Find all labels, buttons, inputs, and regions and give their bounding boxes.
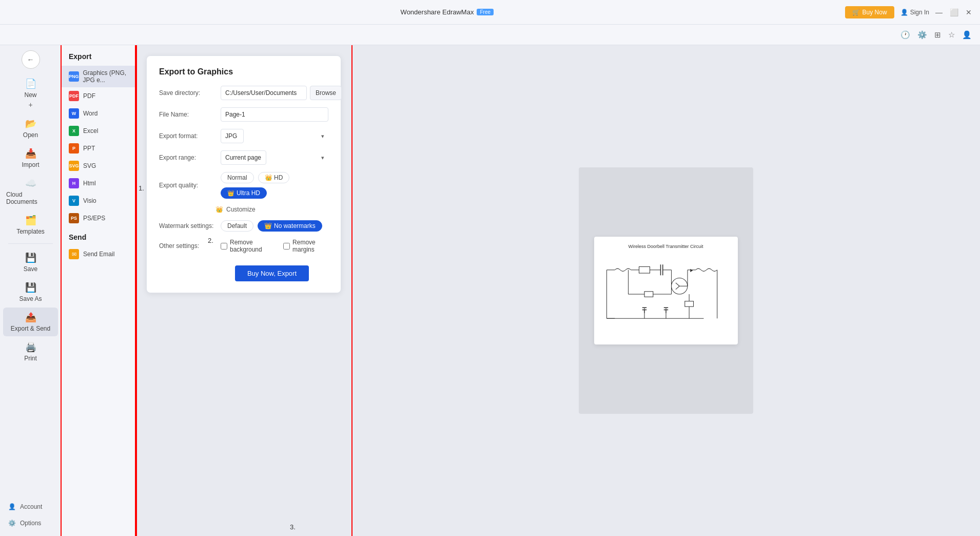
person-icon[interactable]: 👤 bbox=[962, 30, 972, 40]
export-item-visio-label: Visio bbox=[83, 197, 96, 204]
ppt-icon: P bbox=[69, 143, 79, 154]
export-quality-label: Export quality: bbox=[159, 182, 215, 189]
export-format-select-wrapper: JPG PNG BMP bbox=[221, 129, 328, 143]
buy-now-button[interactable]: 🛒 Buy Now bbox=[845, 6, 894, 18]
watermark-none-button[interactable]: 👑 No watermarks bbox=[258, 220, 322, 232]
quality-normal-button[interactable]: Normal bbox=[221, 172, 254, 183]
sidebar-item-templates-label: Templates bbox=[16, 228, 45, 235]
new-icon: 📄 bbox=[25, 78, 36, 89]
remove-margins-checkbox[interactable] bbox=[283, 243, 290, 250]
quality-ultrahd-button[interactable]: 👑 Ultra HD bbox=[221, 187, 267, 199]
sidebar-item-cloud[interactable]: ☁️ Cloud Documents bbox=[3, 174, 58, 209]
customize-row[interactable]: 👑 Customize bbox=[215, 206, 328, 213]
export-format-label: Export format: bbox=[159, 132, 215, 140]
diagram-title: Wireless Doorbell Transmitter Circuit bbox=[601, 244, 731, 249]
diagram-card: Wireless Doorbell Transmitter Circuit bbox=[594, 237, 738, 344]
svg-rect-30 bbox=[684, 301, 693, 307]
sign-in-button[interactable]: 👤 Sign In bbox=[900, 9, 929, 16]
sidebar-item-save[interactable]: 💾 Save bbox=[3, 248, 58, 277]
export-range-select[interactable]: Current page All pages bbox=[221, 150, 266, 165]
sidebar-item-export[interactable]: 📤 Export & Send bbox=[3, 308, 58, 336]
remove-margins-label[interactable]: Remove margins bbox=[283, 239, 328, 253]
step-2-indicator: 2. bbox=[208, 237, 213, 244]
export-item-graphics[interactable]: PNG Graphics (PNG, JPG e... bbox=[62, 66, 135, 87]
export-panel-title: Export bbox=[62, 52, 135, 66]
sidebar-item-print[interactable]: 🖨️ Print bbox=[3, 337, 58, 366]
export-item-html[interactable]: H Html bbox=[62, 175, 135, 192]
export-item-pdf[interactable]: PDF PDF bbox=[62, 87, 135, 105]
close-button[interactable]: ✕ bbox=[966, 8, 972, 16]
customize-label: Customize bbox=[226, 206, 256, 213]
export-item-pseps[interactable]: PS PS/EPS bbox=[62, 209, 135, 227]
sidebar-item-account[interactable]: 👤 Account bbox=[3, 499, 58, 514]
sidebar-item-options[interactable]: ⚙️ Options bbox=[3, 515, 58, 531]
settings-icon[interactable]: ⚙️ bbox=[917, 30, 927, 40]
pdf-icon: PDF bbox=[69, 91, 79, 101]
save-directory-input[interactable] bbox=[221, 86, 307, 100]
save-as-icon: 💾 bbox=[25, 282, 36, 293]
preview-area: Wireless Doorbell Transmitter Circuit bbox=[351, 45, 980, 536]
export-item-ppt[interactable]: P PPT bbox=[62, 140, 135, 157]
grid-icon[interactable]: ⊞ bbox=[934, 30, 941, 40]
file-name-input[interactable] bbox=[221, 107, 328, 122]
export-range-select-wrapper: Current page All pages bbox=[221, 150, 328, 165]
step-3-indicator: 3. bbox=[290, 523, 296, 531]
titlebar-right: 🛒 Buy Now 👤 Sign In — ⬜ ✕ bbox=[845, 6, 972, 18]
sidebar-items: 📄 New + 📂 Open 📥 Import ☁️ Cloud Documen… bbox=[0, 74, 61, 366]
minimize-button[interactable]: — bbox=[935, 8, 943, 16]
quality-group: Normal 👑 HD 👑 Ultra HD bbox=[221, 172, 328, 199]
maximize-button[interactable]: ⬜ bbox=[950, 8, 958, 16]
sidebar-item-open[interactable]: 📂 Open bbox=[3, 114, 58, 143]
dialog-title: Export to Graphics bbox=[159, 67, 328, 76]
save-directory-label: Save directory: bbox=[159, 89, 215, 97]
export-icon: 📤 bbox=[25, 312, 36, 323]
account-label: Account bbox=[20, 503, 42, 510]
export-item-svg-label: SVG bbox=[83, 162, 96, 169]
back-button[interactable]: ← bbox=[22, 50, 40, 69]
sidebar-item-open-label: Open bbox=[23, 131, 38, 139]
save-icon: 💾 bbox=[25, 252, 36, 263]
export-item-visio[interactable]: V Visio bbox=[62, 192, 135, 209]
remove-background-label[interactable]: Remove background bbox=[221, 239, 274, 253]
export-item-word[interactable]: W Word bbox=[62, 105, 135, 122]
templates-icon: 🗂️ bbox=[25, 215, 36, 226]
sidebar-item-new[interactable]: 📄 New + bbox=[3, 74, 58, 113]
export-item-svg[interactable]: SVG SVG bbox=[62, 157, 135, 175]
file-name-row: File Name: bbox=[159, 107, 328, 122]
clock-icon[interactable]: 🕐 bbox=[900, 30, 910, 40]
visio-icon: V bbox=[69, 196, 79, 206]
toolbar: 🕐 ⚙️ ⊞ ☆ 👤 bbox=[0, 25, 980, 45]
svg-rect-13 bbox=[644, 292, 653, 297]
sidebar-item-templates[interactable]: 🗂️ Templates bbox=[3, 210, 58, 239]
sidebar-item-import[interactable]: 📥 Import bbox=[3, 144, 58, 173]
quality-hd-button[interactable]: 👑 HD bbox=[258, 172, 290, 183]
cart-icon: 🛒 bbox=[852, 9, 860, 16]
open-icon: 📂 bbox=[25, 118, 36, 129]
watermark-default-button[interactable]: Default bbox=[221, 220, 253, 232]
export-button[interactable]: Buy Now, Export bbox=[235, 265, 309, 281]
send-title: Send bbox=[62, 227, 135, 245]
word-icon: W bbox=[69, 108, 79, 119]
sidebar-item-cloud-label: Cloud Documents bbox=[6, 191, 55, 205]
print-icon: 🖨️ bbox=[25, 341, 36, 353]
export-item-pdf-label: PDF bbox=[83, 92, 95, 100]
sidebar-divider-1 bbox=[8, 243, 53, 244]
export-item-email[interactable]: ✉ Send Email bbox=[62, 245, 135, 263]
cloud-icon: ☁️ bbox=[25, 178, 36, 189]
import-icon: 📥 bbox=[25, 148, 36, 159]
sidebar-item-save-as[interactable]: 💾 Save As bbox=[3, 278, 58, 307]
watermark-row: Watermark settings: Default 👑 No waterma… bbox=[159, 220, 328, 232]
email-icon: ✉ bbox=[69, 249, 79, 259]
star-icon[interactable]: ☆ bbox=[948, 30, 955, 40]
export-dialog: Export to Graphics Save directory: Brows… bbox=[146, 55, 341, 293]
other-settings-group: Remove background Remove margins bbox=[221, 239, 328, 253]
save-directory-field-group: Browse bbox=[221, 86, 342, 100]
save-directory-row: Save directory: Browse bbox=[159, 86, 328, 100]
html-icon: H bbox=[69, 178, 79, 188]
export-format-select[interactable]: JPG PNG BMP bbox=[221, 129, 244, 143]
remove-background-checkbox[interactable] bbox=[221, 243, 227, 250]
browse-button[interactable]: Browse bbox=[310, 86, 342, 100]
hd-crown-icon: 👑 bbox=[265, 174, 272, 181]
watermark-group: Default 👑 No watermarks bbox=[221, 220, 322, 232]
export-item-excel[interactable]: X Excel bbox=[62, 122, 135, 140]
